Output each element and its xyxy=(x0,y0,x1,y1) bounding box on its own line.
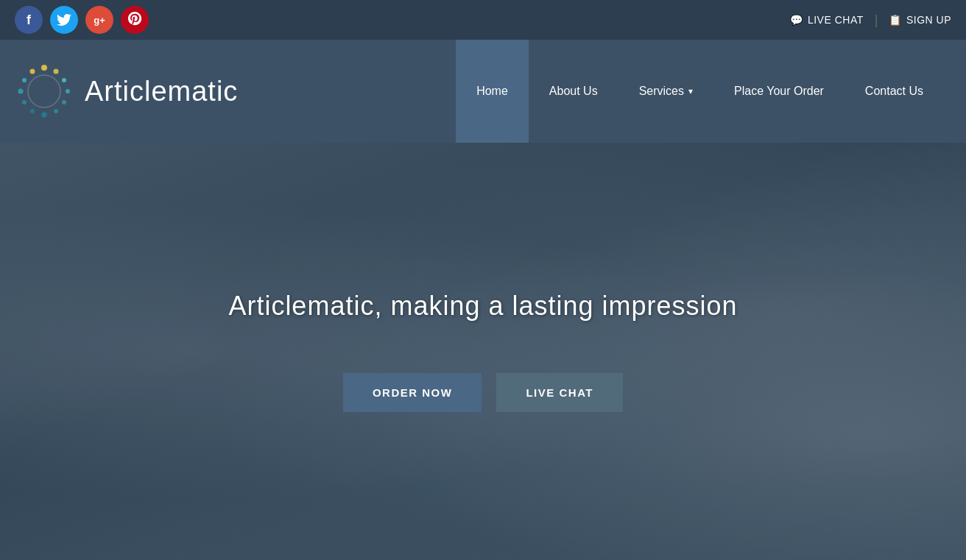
svg-point-6 xyxy=(42,113,47,118)
svg-point-4 xyxy=(62,100,66,104)
svg-point-1 xyxy=(54,69,59,74)
signup-icon: 📋 xyxy=(889,14,902,26)
nav-item-place-order[interactable]: Place Your Order xyxy=(713,40,845,143)
hero-buttons: ORDER NOW LIVE CHAT xyxy=(228,373,737,412)
services-dropdown-arrow: ▾ xyxy=(688,86,693,96)
main-nav: Home About Us Services ▾ Place Your Orde… xyxy=(456,40,944,143)
divider: | xyxy=(875,13,878,28)
svg-point-11 xyxy=(30,69,35,74)
live-chat-link[interactable]: 💬 LIVE CHAT xyxy=(790,14,863,26)
sign-up-link[interactable]: 📋 SIGN UP xyxy=(889,14,951,26)
logo-icon xyxy=(15,62,74,121)
svg-point-5 xyxy=(54,109,58,113)
hero-content: Articlematic, making a lasting impressio… xyxy=(228,291,737,412)
top-bar-right: 💬 LIVE CHAT | 📋 SIGN UP xyxy=(790,13,951,28)
sign-up-label: SIGN UP xyxy=(906,14,951,26)
header: Articlematic Home About Us Services ▾ Pl… xyxy=(0,40,966,143)
googleplus-icon[interactable]: g+ xyxy=(85,6,113,34)
svg-point-10 xyxy=(22,78,27,82)
live-chat-button[interactable]: LIVE CHAT xyxy=(496,373,623,412)
hero-title: Articlematic, making a lasting impressio… xyxy=(228,291,737,322)
logo-area: Articlematic xyxy=(15,62,238,121)
svg-point-7 xyxy=(30,109,35,113)
nav-item-about[interactable]: About Us xyxy=(529,40,618,143)
top-bar: f g+ 💬 LIVE CHAT | 📋 SIGN UP xyxy=(0,0,966,40)
svg-point-0 xyxy=(41,65,47,71)
social-icons: f g+ xyxy=(15,6,149,34)
svg-point-8 xyxy=(22,100,27,104)
live-chat-label: LIVE CHAT xyxy=(808,14,864,26)
svg-point-12 xyxy=(28,75,60,107)
nav-item-home[interactable]: Home xyxy=(456,40,529,143)
order-now-button[interactable]: ORDER NOW xyxy=(343,373,482,412)
svg-point-3 xyxy=(66,89,70,93)
svg-point-2 xyxy=(62,78,66,82)
nav-item-services[interactable]: Services ▾ xyxy=(618,40,713,143)
facebook-icon[interactable]: f xyxy=(15,6,43,34)
twitter-icon[interactable] xyxy=(50,6,78,34)
svg-point-9 xyxy=(18,89,24,94)
hero-section: Articlematic, making a lasting impressio… xyxy=(0,143,966,560)
chat-bubble-icon: 💬 xyxy=(790,14,803,26)
logo-text: Articlematic xyxy=(85,76,238,107)
nav-item-contact[interactable]: Contact Us xyxy=(845,40,944,143)
pinterest-icon[interactable] xyxy=(121,6,149,34)
